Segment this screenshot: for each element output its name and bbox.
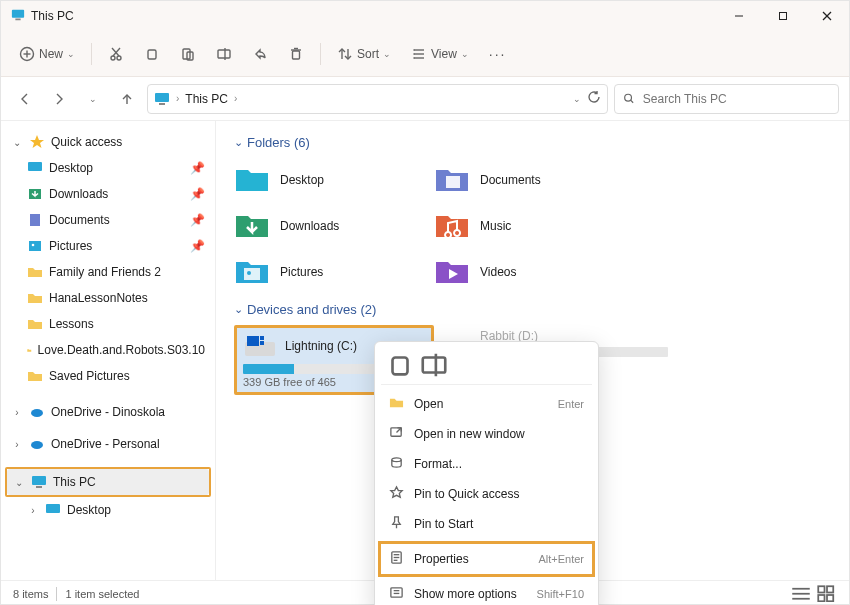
breadcrumb-segment[interactable]: This PC <box>185 92 228 106</box>
address-bar[interactable]: › This PC › ⌄ <box>147 84 608 114</box>
sidebar-item-folder[interactable]: Family and Friends 2 <box>5 259 211 285</box>
sidebar-label: Family and Friends 2 <box>49 265 161 279</box>
cloud-icon <box>29 436 45 452</box>
close-button[interactable] <box>805 1 849 31</box>
recent-button[interactable]: ⌄ <box>79 85 107 113</box>
folder-tile-pictures[interactable]: Pictures <box>234 250 434 294</box>
up-button[interactable] <box>113 85 141 113</box>
new-label: New <box>39 47 63 61</box>
svg-rect-0 <box>12 9 24 17</box>
menu-label: Format... <box>414 457 462 471</box>
sidebar-label: Quick access <box>51 135 122 149</box>
cut-button[interactable] <box>100 39 132 69</box>
chevron-down-icon: ⌄ <box>11 137 23 148</box>
item-count: 8 items <box>13 588 48 600</box>
copy-button[interactable] <box>385 352 415 378</box>
share-button[interactable] <box>244 39 276 69</box>
paste-button[interactable] <box>172 39 204 69</box>
menu-item-properties[interactable]: Properties Alt+Enter <box>381 544 592 574</box>
menu-item-format[interactable]: Format... <box>381 449 592 479</box>
refresh-button[interactable] <box>587 90 601 107</box>
sidebar-item-quick-access[interactable]: ⌄ Quick access <box>5 129 211 155</box>
svg-point-32 <box>625 94 632 101</box>
section-drives[interactable]: ⌄ Devices and drives (2) <box>234 302 831 317</box>
context-menu-quick-actions <box>381 348 592 385</box>
highlight-properties: Properties Alt+Enter <box>378 541 595 577</box>
svg-marker-34 <box>30 135 44 148</box>
svg-point-9 <box>111 56 115 60</box>
folder-tile-music[interactable]: Music <box>434 204 634 248</box>
sort-label: Sort <box>357 47 379 61</box>
sidebar-item-pictures[interactable]: Pictures 📌 <box>5 233 211 259</box>
this-pc-icon <box>154 91 170 107</box>
sidebar-item-folder[interactable]: Love.Death.and.Robots.S03.10 <box>5 337 211 363</box>
menu-item-show-more[interactable]: Show more options Shift+F10 <box>381 579 592 605</box>
back-button[interactable] <box>11 85 39 113</box>
sidebar-item-folder[interactable]: HanaLessonNotes <box>5 285 211 311</box>
pin-icon: 📌 <box>190 213 205 227</box>
search-input[interactable] <box>641 91 830 107</box>
sidebar-item-this-pc[interactable]: ⌄ This PC <box>7 469 209 495</box>
window-controls <box>717 1 849 31</box>
sidebar-item-downloads[interactable]: Downloads 📌 <box>5 181 211 207</box>
menu-item-open[interactable]: Open Enter <box>381 389 592 419</box>
properties-icon <box>389 550 404 568</box>
this-pc-icon <box>11 8 25 25</box>
chevron-right-icon: › <box>27 505 39 516</box>
copy-button[interactable] <box>136 39 168 69</box>
sidebar-item-onedrive[interactable]: › OneDrive - Dinoskola <box>5 399 211 425</box>
rename-button[interactable] <box>208 39 240 69</box>
sidebar-item-documents[interactable]: Documents 📌 <box>5 207 211 233</box>
sidebar-item-folder[interactable]: Lessons <box>5 311 211 337</box>
forward-button[interactable] <box>45 85 73 113</box>
sidebar-item-desktop[interactable]: Desktop 📌 <box>5 155 211 181</box>
search-box[interactable] <box>614 84 839 114</box>
sidebar-label: Pictures <box>49 239 92 253</box>
menu-label: Open in new window <box>414 427 525 441</box>
tiles-view-button[interactable] <box>817 586 837 602</box>
svg-point-40 <box>31 409 43 417</box>
sort-button[interactable]: Sort ⌄ <box>329 39 399 69</box>
folder-tile-downloads[interactable]: Downloads <box>234 204 434 248</box>
section-title: Folders (6) <box>247 135 310 150</box>
format-icon <box>389 455 404 473</box>
folder-icon <box>27 316 43 332</box>
sidebar-item-onedrive[interactable]: › OneDrive - Personal <box>5 431 211 457</box>
folder-tile-desktop[interactable]: Desktop <box>234 158 434 202</box>
menu-item-pin-start[interactable]: Pin to Start <box>381 509 592 539</box>
documents-icon <box>434 164 470 196</box>
svg-rect-31 <box>159 103 165 105</box>
svg-rect-59 <box>827 595 833 601</box>
svg-point-10 <box>117 56 121 60</box>
sidebar-label: HanaLessonNotes <box>49 291 148 305</box>
sidebar-label: Desktop <box>49 161 93 175</box>
view-button[interactable]: View ⌄ <box>403 39 477 69</box>
downloads-icon <box>27 186 43 202</box>
desktop-icon <box>27 160 43 176</box>
svg-point-28 <box>413 57 415 59</box>
desktop-icon <box>234 164 270 196</box>
delete-button[interactable] <box>280 39 312 69</box>
svg-rect-46 <box>244 268 260 280</box>
menu-item-pin-quick-access[interactable]: Pin to Quick access <box>381 479 592 509</box>
details-view-button[interactable] <box>791 586 811 602</box>
folder-label: Desktop <box>280 173 324 187</box>
new-button[interactable]: New ⌄ <box>11 39 83 69</box>
folder-tile-videos[interactable]: Videos <box>434 250 634 294</box>
sidebar-item-desktop[interactable]: › Desktop <box>5 497 211 523</box>
sidebar-item-folder[interactable]: Saved Pictures <box>5 363 211 389</box>
svg-rect-42 <box>32 476 46 485</box>
maximize-button[interactable] <box>761 1 805 31</box>
folder-tile-documents[interactable]: Documents <box>434 158 634 202</box>
menu-item-open-new-window[interactable]: Open in new window <box>381 419 592 449</box>
minimize-button[interactable] <box>717 1 761 31</box>
chevron-down-icon[interactable]: ⌄ <box>573 94 581 104</box>
rename-button[interactable] <box>419 352 449 378</box>
folder-icon <box>27 342 32 358</box>
section-folders[interactable]: ⌄ Folders (6) <box>234 135 831 150</box>
highlight-this-pc: ⌄ This PC <box>5 467 211 497</box>
sidebar-label: This PC <box>53 475 96 489</box>
svg-rect-58 <box>818 595 824 601</box>
more-button[interactable]: ··· <box>481 39 515 69</box>
svg-rect-13 <box>148 50 156 59</box>
